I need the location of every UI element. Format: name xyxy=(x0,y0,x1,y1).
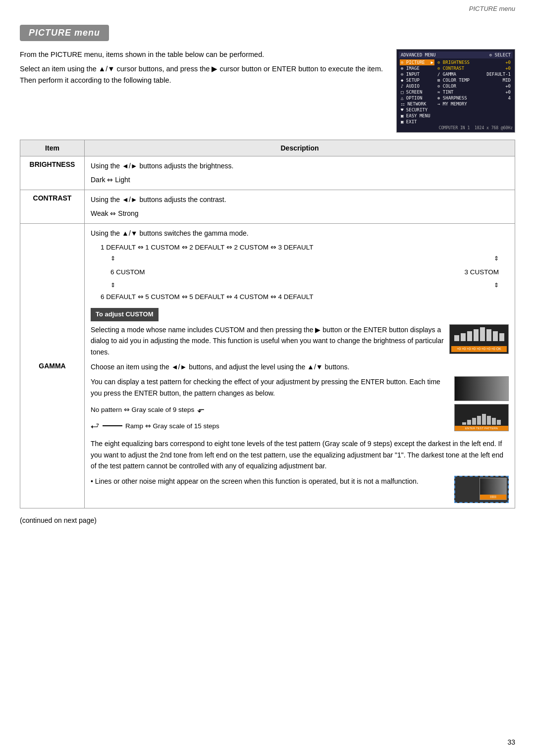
ramp-text: Ramp ⇔ Gray scale of 15 steps xyxy=(125,421,219,432)
menu-item-image: ⊕ IMAGE xyxy=(400,65,434,71)
menu-item-exit: ▣ EXIT xyxy=(400,119,434,125)
table-row-contrast: CONTRAST Using the ◄/► buttons adjusts t… xyxy=(20,190,515,223)
menu-item-setup: ◆ SETUP xyxy=(400,77,434,83)
no-pattern-line: No pattern ⇔ Gray scale of 9 steps ⬐ xyxy=(91,403,449,417)
up-arrow-left2: ⇕ xyxy=(110,280,115,291)
main-table: Item Description BRIGHTNESS Using the ◄/… xyxy=(20,140,515,508)
brightness-desc2: Dark ⇔ Light xyxy=(91,174,509,185)
mini-bottom-text: +0 +0 +0 +0 +0 +0 +0 +0 OK xyxy=(457,346,501,352)
gamma-mini-screen-container: +0 +0 +0 +0 +0 +0 +0 +0 OK xyxy=(449,324,509,354)
intro-para2: Select an item using the ▲/▼ cursor butt… xyxy=(20,63,384,86)
menu-screenshot: ADVANCED MENU ⊙ SELECT ⊙ PICTURE▶ ⊕ IMAG… xyxy=(396,49,515,133)
custom-highlight-label: To adjust CUSTOM xyxy=(91,308,159,321)
custom-section: +0 +0 +0 +0 +0 +0 +0 +0 OK Selecting a m… xyxy=(91,324,509,377)
lines-section: |||||||| • Lines or other noise might ap… xyxy=(91,476,509,504)
page-title: PICTURE menu xyxy=(20,25,109,41)
gamma-6custom: 6 CUSTOM xyxy=(110,266,145,278)
inner-bottom: |||||||| xyxy=(480,495,506,500)
menu-item-network: ⚏ NETWORK xyxy=(400,101,434,107)
desc-contrast: Using the ◄/► buttons adjusts the contra… xyxy=(85,190,515,223)
brightness-desc1: Using the ◄/► buttons adjusts the bright… xyxy=(91,160,509,171)
item-gamma: GAMMA xyxy=(20,223,85,508)
menu-title: ADVANCED MENU xyxy=(401,52,435,57)
eight-bars-text: The eight equalizing bars correspond to … xyxy=(91,438,509,471)
col-header-description: Description xyxy=(85,140,515,156)
menu-header: ADVANCED MENU ⊙ SELECT xyxy=(399,51,513,58)
item-contrast: CONTRAST xyxy=(20,190,85,223)
t-bar-7 xyxy=(492,418,496,425)
arrow-down-symbol: ⬐ xyxy=(197,403,205,417)
test-pattern-section: ENTER TEST PATTERN You can display a tes… xyxy=(91,376,509,434)
menu-item-option: △ OPTION xyxy=(400,95,434,101)
inner-gradient xyxy=(480,478,506,495)
t-bar-1 xyxy=(462,422,466,425)
mini-bar-6 xyxy=(486,329,491,341)
t-bar-3 xyxy=(472,418,476,425)
mini-bar-2 xyxy=(461,333,466,341)
no-pattern-text: No pattern ⇔ Gray scale of 9 steps xyxy=(91,404,194,415)
gamma-mini-screen: +0 +0 +0 +0 +0 +0 +0 +0 OK xyxy=(449,324,509,354)
test-mini-bars xyxy=(455,404,508,426)
dotted-right-panel: |||||||| xyxy=(456,478,507,500)
contrast-desc1: Using the ◄/► buttons adjusts the contra… xyxy=(91,194,509,205)
continued-text: (continued on next page) xyxy=(20,516,515,524)
t-bar-6 xyxy=(487,416,491,425)
mini-bar-5 xyxy=(480,327,485,341)
intro-text: From the PICTURE menu, items shown in th… xyxy=(20,49,384,87)
mini-bar-3 xyxy=(467,331,472,341)
menu-right-sharpness: ⊕ SHARPNESS4 xyxy=(436,95,512,101)
menu-left-col: ⊙ PICTURE▶ ⊕ IMAGE ⊖ INPUT ◆ SETUP ♪ AUD… xyxy=(400,59,434,125)
up-arrow-right2: ⇕ xyxy=(494,280,499,291)
ramp-line: ⮐ Ramp ⇔ Gray scale of 15 steps xyxy=(91,419,449,433)
item-brightness: BRIGHTNESS xyxy=(20,156,85,190)
menu-right-gamma: ∕ GAMMADEFAULT-1 xyxy=(436,71,512,77)
menu-right-mymemory: → MY MEMORY xyxy=(436,101,512,107)
custom-text1: Selecting a mode whose name includes CUS… xyxy=(91,324,509,357)
table-row-gamma: GAMMA Using the ▲/▼ buttons switches the… xyxy=(20,223,515,508)
mini-bars xyxy=(451,326,507,341)
menu-row: ⊙ PICTURE▶ ⊕ IMAGE ⊖ INPUT ◆ SETUP ♪ AUD… xyxy=(399,59,513,125)
menu-select: ⊙ SELECT xyxy=(489,52,511,57)
menu-right-brightness: ⊙ BRIGHTNESS+0 xyxy=(436,59,512,65)
lines-text: • Lines or other noise might appear on t… xyxy=(91,476,509,487)
up-arrow-right: ⇕ xyxy=(494,253,499,264)
dotted-border-screen: |||||||| xyxy=(454,476,509,503)
test-text1: You can display a test pattern for check… xyxy=(91,376,509,399)
menu-item-easymenu: ▣ EASY MENU xyxy=(400,113,434,119)
menu-footer: COMPUTER IN 1 1024 x 768 @60Hz xyxy=(399,126,513,130)
mini-bottom-bar: +0 +0 +0 +0 +0 +0 +0 +0 OK xyxy=(451,346,507,352)
bottom-mini-container: |||||||| xyxy=(454,476,509,504)
mini-bar-4 xyxy=(474,329,479,341)
up-arrow-left: ⇕ xyxy=(110,253,115,264)
test-mini-gray xyxy=(454,376,509,401)
custom-text2: Choose an item using the ◄/► buttons, an… xyxy=(91,361,509,372)
mini-bar-1 xyxy=(454,335,459,341)
test-mini-bottom: ENTER TEST PATTERN xyxy=(455,426,508,431)
menu-right-col: ⊙ BRIGHTNESS+0 ⊙ CONTRAST+0 ∕ GAMMADEFAU… xyxy=(436,59,512,125)
dotted-inner-screen: |||||||| xyxy=(480,478,507,500)
t-bar-8 xyxy=(497,420,501,425)
menu-right-tint: ≈ TINT+0 xyxy=(436,89,512,95)
menu-right-colortemp: ⊞ COLOR TEMPMID xyxy=(436,77,512,83)
menu-item-picture: ⊙ PICTURE▶ xyxy=(400,59,434,65)
gamma-sequence: 1 DEFAULT ⇔ 1 CUSTOM ⇔ 2 DEFAULT ⇔ 2 CUS… xyxy=(101,242,509,303)
menu-right-color: ⊙ COLOR+0 xyxy=(436,83,512,89)
menu-item-input: ⊖ INPUT xyxy=(400,71,434,77)
desc-gamma: Using the ▲/▼ buttons switches the gamma… xyxy=(85,223,515,508)
test-mini-bars-screen: ENTER TEST PATTERN xyxy=(454,404,509,431)
menu-item-security: ♥ SECURITY xyxy=(400,107,434,113)
menu-right-contrast: ⊙ CONTRAST+0 xyxy=(436,65,512,71)
ramp-line-separator xyxy=(103,425,122,426)
col-header-item: Item xyxy=(20,140,85,156)
desc-brightness: Using the ◄/► buttons adjusts the bright… xyxy=(85,156,515,190)
t-bar-5 xyxy=(482,414,486,425)
menu-item-screen: □ SCREEN xyxy=(400,89,434,95)
menu-item-audio: ♪ AUDIO xyxy=(400,83,434,89)
ramp-symbol: ⮐ xyxy=(91,419,100,433)
gamma-switches-text: Using the ▲/▼ buttons switches the gamma… xyxy=(91,228,509,239)
mini-bar-7 xyxy=(493,331,498,341)
gamma-3custom: 3 CUSTOM xyxy=(464,266,499,278)
gamma-arrows-row: ⇕ ⇕ xyxy=(110,253,499,264)
contrast-desc2: Weak ⇔ Strong xyxy=(91,208,509,219)
mini-bar-8 xyxy=(499,333,504,341)
